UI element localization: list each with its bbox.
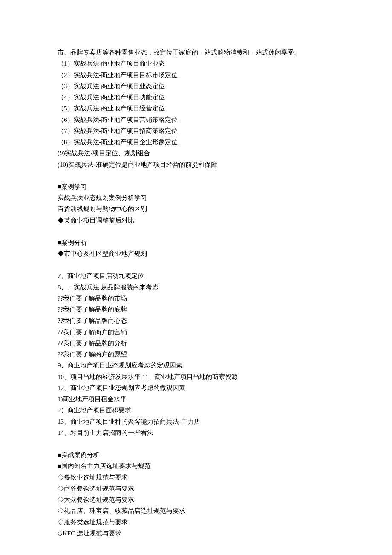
text-line: 10、项目当地的经济发展水平 11、商业地产项目当地的商家资源	[58, 371, 339, 382]
text-line: (9)实战兵法-项目定位、规划组合	[58, 147, 339, 159]
text-line: ◇餐饮业选址规范与要求	[58, 472, 339, 483]
text-line: ■国内知名主力店选址要求与规范	[58, 460, 339, 471]
text-line: ??我们要了解品牌的分析	[58, 338, 339, 349]
blank-line	[58, 170, 339, 181]
blank-line	[58, 438, 339, 449]
text-line: （2）实战兵法-商业地产项目目标市场定位	[58, 69, 339, 81]
text-line: ??我们要了解品牌的市场	[58, 293, 339, 304]
text-line: （8）实战兵法-商业地产项目企业形象定位	[58, 136, 339, 147]
text-line: 12、商业地产项目业态规划应考虑的微观因素	[58, 382, 339, 393]
text-line: ■案例学习	[58, 181, 339, 192]
text-line: 9、商业地产项目业态规划应考虑的宏观因素	[58, 360, 339, 371]
text-line: 百货动线规划与购物中心的区别	[58, 203, 339, 214]
text-line: ◇礼品店、珠宝店、收藏品店选址规范与要求	[58, 505, 339, 516]
text-line: ◇服务类选址规范与要求	[58, 517, 339, 528]
text-line: ??我们要了解商户的营销	[58, 327, 339, 338]
text-line: （6）实战兵法-商业地产项目营销策略定位	[58, 114, 339, 125]
text-line: 1)商业地产项目租金水平	[58, 393, 339, 405]
text-line: ??我们要了解品牌商心态	[58, 315, 339, 326]
text-line: （5）实战兵法-商业地产项目经营定位	[58, 103, 339, 114]
text-line: 实战兵法业态规划案例分析学习	[58, 192, 339, 203]
text-line: （3）实战兵法-商业地产项目业态定位	[58, 81, 339, 92]
text-line: (10)实战兵法-准确定位是商业地产项目经营的前提和保障	[58, 159, 339, 170]
text-line: （7）实战兵法-商业地产项目招商策略定位	[58, 125, 339, 136]
text-line: 7、商业地产项目启动九项定位	[58, 270, 339, 281]
document-body: 市、品牌专卖店等各种零售业态，故定位于家庭的一站式购物消费和一站式休闲享受。（1…	[58, 47, 339, 539]
blank-line	[58, 226, 339, 237]
text-line: ??我们要了解商户的愿望	[58, 349, 339, 360]
text-line: 14、对目前主力店招商的一些看法	[58, 427, 339, 438]
text-line: 13、商业地产项目业种的聚客能力招商兵法-主力店	[58, 416, 339, 427]
text-line: ■案例分析	[58, 237, 339, 248]
text-line: ■实战案例分析	[58, 449, 339, 460]
text-line: 2）商业地产项目面积要求	[58, 405, 339, 416]
text-line: ◇大众餐饮选址规范与要求	[58, 494, 339, 505]
text-line: （1）实战兵法-商业地产项目商业业态	[58, 58, 339, 69]
blank-line	[58, 259, 339, 270]
text-line: （4）实战兵法-商业地产项目功能定位	[58, 92, 339, 103]
text-line: ◇商务餐饮选址规范与要求	[58, 483, 339, 494]
text-line: ◇KFC 选址规范与要求	[58, 528, 339, 539]
text-line: ◆市中心及社区型商业地产规划	[58, 248, 339, 259]
text-line: 市、品牌专卖店等各种零售业态，故定位于家庭的一站式购物消费和一站式休闲享受。	[58, 47, 339, 58]
text-line: ◆某商业项目调整前后对比	[58, 215, 339, 226]
text-line: ??我们要了解品牌的底牌	[58, 304, 339, 315]
text-line: 8、、实战兵法-从品牌服装商来考虑	[58, 282, 339, 293]
